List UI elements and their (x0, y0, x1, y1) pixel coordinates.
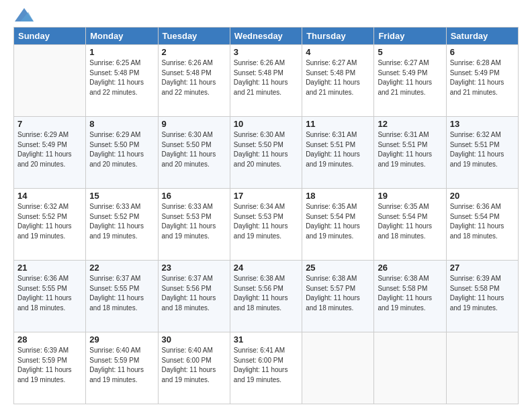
calendar-cell: 7Sunrise: 6:29 AM Sunset: 5:49 PM Daylig… (14, 117, 86, 189)
cell-day-number: 22 (89, 263, 154, 273)
page: SundayMondayTuesdayWednesdayThursdayFrid… (0, 0, 532, 411)
cell-day-number: 6 (450, 47, 515, 57)
calendar-cell: 13Sunrise: 6:32 AM Sunset: 5:51 PM Dayli… (446, 117, 518, 189)
cell-info: Sunrise: 6:28 AM Sunset: 5:49 PM Dayligh… (450, 58, 515, 97)
cell-info: Sunrise: 6:30 AM Sunset: 5:50 PM Dayligh… (162, 130, 226, 169)
cell-info: Sunrise: 6:33 AM Sunset: 5:52 PM Dayligh… (89, 202, 154, 241)
calendar-cell: 26Sunrise: 6:38 AM Sunset: 5:58 PM Dayli… (374, 261, 446, 332)
cell-info: Sunrise: 6:37 AM Sunset: 5:56 PM Dayligh… (162, 274, 226, 313)
calendar-cell: 5Sunrise: 6:27 AM Sunset: 5:49 PM Daylig… (374, 45, 446, 117)
calendar-cell: 10Sunrise: 6:30 AM Sunset: 5:50 PM Dayli… (230, 117, 302, 189)
calendar-cell: 24Sunrise: 6:38 AM Sunset: 5:56 PM Dayli… (230, 261, 302, 332)
calendar-cell: 29Sunrise: 6:40 AM Sunset: 5:59 PM Dayli… (86, 332, 158, 404)
calendar-cell: 20Sunrise: 6:36 AM Sunset: 5:54 PM Dayli… (446, 189, 518, 261)
cell-day-number: 1 (89, 47, 154, 57)
cell-info: Sunrise: 6:40 AM Sunset: 6:00 PM Dayligh… (162, 346, 226, 385)
cell-info: Sunrise: 6:39 AM Sunset: 5:58 PM Dayligh… (450, 274, 515, 313)
cell-info: Sunrise: 6:40 AM Sunset: 5:59 PM Dayligh… (89, 346, 154, 385)
cell-info: Sunrise: 6:26 AM Sunset: 5:48 PM Dayligh… (162, 58, 226, 97)
col-header-tuesday: Tuesday (158, 28, 230, 45)
cell-info: Sunrise: 6:31 AM Sunset: 5:51 PM Dayligh… (378, 130, 442, 169)
cell-info: Sunrise: 6:26 AM Sunset: 5:48 PM Dayligh… (234, 58, 298, 97)
cell-day-number: 2 (162, 47, 226, 57)
calendar-cell: 31Sunrise: 6:41 AM Sunset: 6:00 PM Dayli… (230, 332, 302, 404)
calendar-cell: 19Sunrise: 6:35 AM Sunset: 5:54 PM Dayli… (374, 189, 446, 261)
calendar-cell: 11Sunrise: 6:31 AM Sunset: 5:51 PM Dayli… (302, 117, 374, 189)
calendar-cell: 28Sunrise: 6:39 AM Sunset: 5:59 PM Dayli… (14, 332, 86, 404)
col-header-thursday: Thursday (302, 28, 374, 45)
cell-info: Sunrise: 6:29 AM Sunset: 5:50 PM Dayligh… (89, 130, 154, 169)
cell-day-number: 5 (378, 47, 442, 57)
col-header-saturday: Saturday (446, 28, 518, 45)
col-header-friday: Friday (374, 28, 446, 45)
cell-info: Sunrise: 6:33 AM Sunset: 5:53 PM Dayligh… (162, 202, 226, 241)
cell-day-number: 31 (234, 334, 298, 345)
cell-info: Sunrise: 6:36 AM Sunset: 5:54 PM Dayligh… (450, 202, 515, 241)
calendar-cell (446, 332, 518, 404)
header (13, 11, 519, 21)
cell-info: Sunrise: 6:32 AM Sunset: 5:51 PM Dayligh… (450, 130, 515, 169)
cell-day-number: 14 (17, 191, 82, 201)
calendar-cell: 12Sunrise: 6:31 AM Sunset: 5:51 PM Dayli… (374, 117, 446, 189)
cell-day-number: 10 (234, 119, 298, 129)
calendar-cell (374, 332, 446, 404)
cell-info: Sunrise: 6:37 AM Sunset: 5:55 PM Dayligh… (89, 274, 154, 313)
calendar-cell: 27Sunrise: 6:39 AM Sunset: 5:58 PM Dayli… (446, 261, 518, 332)
calendar-cell: 21Sunrise: 6:36 AM Sunset: 5:55 PM Dayli… (14, 261, 86, 332)
col-header-sunday: Sunday (14, 28, 86, 45)
cell-day-number: 19 (378, 191, 442, 201)
calendar-cell: 17Sunrise: 6:34 AM Sunset: 5:53 PM Dayli… (230, 189, 302, 261)
calendar-cell: 30Sunrise: 6:40 AM Sunset: 6:00 PM Dayli… (158, 332, 230, 404)
cell-day-number: 26 (378, 263, 442, 273)
cell-info: Sunrise: 6:30 AM Sunset: 5:50 PM Dayligh… (234, 130, 298, 169)
calendar-cell: 25Sunrise: 6:38 AM Sunset: 5:57 PM Dayli… (302, 261, 374, 332)
cell-day-number: 8 (89, 119, 154, 129)
cell-day-number: 25 (306, 263, 370, 273)
cell-day-number: 20 (450, 191, 515, 201)
calendar-cell: 3Sunrise: 6:26 AM Sunset: 5:48 PM Daylig… (230, 45, 302, 117)
cell-info: Sunrise: 6:34 AM Sunset: 5:53 PM Dayligh… (234, 202, 298, 241)
calendar-cell: 15Sunrise: 6:33 AM Sunset: 5:52 PM Dayli… (86, 189, 158, 261)
cell-day-number: 7 (17, 119, 82, 129)
calendar-table: SundayMondayTuesdayWednesdayThursdayFrid… (13, 27, 519, 404)
cell-day-number: 15 (89, 191, 154, 201)
cell-day-number: 13 (450, 119, 515, 129)
cell-day-number: 9 (162, 119, 226, 129)
cell-day-number: 27 (450, 263, 515, 273)
logo (13, 11, 34, 21)
calendar-cell: 22Sunrise: 6:37 AM Sunset: 5:55 PM Dayli… (86, 261, 158, 332)
calendar-cell (14, 45, 86, 117)
cell-day-number: 28 (17, 334, 82, 345)
calendar-cell: 4Sunrise: 6:27 AM Sunset: 5:48 PM Daylig… (302, 45, 374, 117)
cell-info: Sunrise: 6:31 AM Sunset: 5:51 PM Dayligh… (306, 130, 370, 169)
calendar-cell: 6Sunrise: 6:28 AM Sunset: 5:49 PM Daylig… (446, 45, 518, 117)
calendar-cell: 2Sunrise: 6:26 AM Sunset: 5:48 PM Daylig… (158, 45, 230, 117)
logo-icon (15, 8, 34, 21)
cell-info: Sunrise: 6:27 AM Sunset: 5:49 PM Dayligh… (378, 58, 442, 97)
cell-day-number: 4 (306, 47, 370, 57)
calendar-cell: 18Sunrise: 6:35 AM Sunset: 5:54 PM Dayli… (302, 189, 374, 261)
cell-day-number: 11 (306, 119, 370, 129)
col-header-monday: Monday (86, 28, 158, 45)
cell-info: Sunrise: 6:38 AM Sunset: 5:57 PM Dayligh… (306, 274, 370, 313)
cell-info: Sunrise: 6:29 AM Sunset: 5:49 PM Dayligh… (17, 130, 82, 169)
calendar-cell: 9Sunrise: 6:30 AM Sunset: 5:50 PM Daylig… (158, 117, 230, 189)
cell-info: Sunrise: 6:25 AM Sunset: 5:48 PM Dayligh… (89, 58, 154, 97)
cell-day-number: 21 (17, 263, 82, 273)
cell-day-number: 12 (378, 119, 442, 129)
cell-info: Sunrise: 6:38 AM Sunset: 5:58 PM Dayligh… (378, 274, 442, 313)
calendar-cell: 14Sunrise: 6:32 AM Sunset: 5:52 PM Dayli… (14, 189, 86, 261)
cell-day-number: 17 (234, 191, 298, 201)
cell-info: Sunrise: 6:35 AM Sunset: 5:54 PM Dayligh… (306, 202, 370, 241)
calendar-cell: 1Sunrise: 6:25 AM Sunset: 5:48 PM Daylig… (86, 45, 158, 117)
calendar-cell: 16Sunrise: 6:33 AM Sunset: 5:53 PM Dayli… (158, 189, 230, 261)
cell-day-number: 30 (162, 334, 226, 345)
cell-day-number: 23 (162, 263, 226, 273)
calendar-cell (302, 332, 374, 404)
cell-day-number: 24 (234, 263, 298, 273)
cell-day-number: 16 (162, 191, 226, 201)
cell-info: Sunrise: 6:32 AM Sunset: 5:52 PM Dayligh… (17, 202, 82, 241)
cell-day-number: 18 (306, 191, 370, 201)
calendar-cell: 8Sunrise: 6:29 AM Sunset: 5:50 PM Daylig… (86, 117, 158, 189)
calendar-cell: 23Sunrise: 6:37 AM Sunset: 5:56 PM Dayli… (158, 261, 230, 332)
